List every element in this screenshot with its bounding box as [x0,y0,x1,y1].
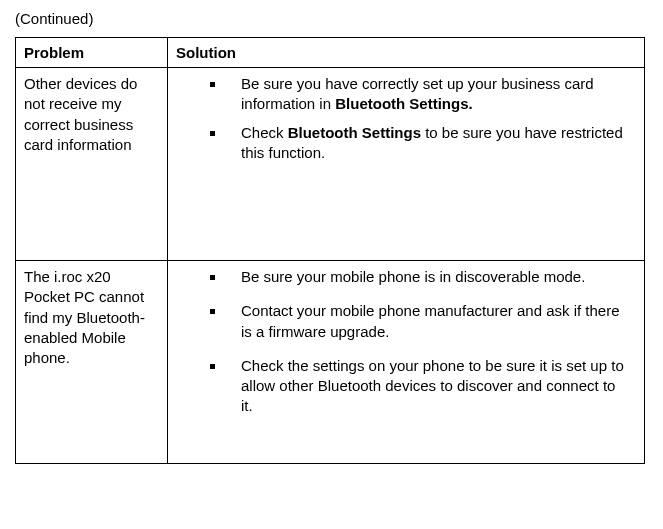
table-header-row: Problem Solution [16,38,645,68]
solution-list: Be sure you have correctly set up your b… [176,74,636,163]
list-item: Check the settings on your phone to be s… [226,356,626,417]
bold-text: Bluetooth Settings. [335,95,473,112]
list-item: Check Bluetooth Settings to be sure you … [226,123,626,164]
table-row: Other devices do not receive my correct … [16,68,645,261]
text: Check [241,124,288,141]
text: Check the settings on your phone to be s… [241,357,624,415]
bold-text: Bluetooth Settings [288,124,421,141]
solution-cell: Be sure your mobile phone is in discover… [168,261,645,464]
header-problem: Problem [16,38,168,68]
solution-list: Be sure your mobile phone is in discover… [176,267,636,417]
problem-cell: Other devices do not receive my correct … [16,68,168,261]
table-row: The i.roc x20 Pocket PC cannot find my B… [16,261,645,464]
list-item: Be sure you have correctly set up your b… [226,74,626,115]
continued-label: (Continued) [15,10,653,27]
text: Contact your mobile phone manufacturer a… [241,302,620,339]
text: Be sure your mobile phone is in discover… [241,268,585,285]
header-solution: Solution [168,38,645,68]
list-item: Contact your mobile phone manufacturer a… [226,301,626,342]
problem-cell: The i.roc x20 Pocket PC cannot find my B… [16,261,168,464]
troubleshooting-table: Problem Solution Other devices do not re… [15,37,645,464]
solution-cell: Be sure you have correctly set up your b… [168,68,645,261]
list-item: Be sure your mobile phone is in discover… [226,267,626,287]
